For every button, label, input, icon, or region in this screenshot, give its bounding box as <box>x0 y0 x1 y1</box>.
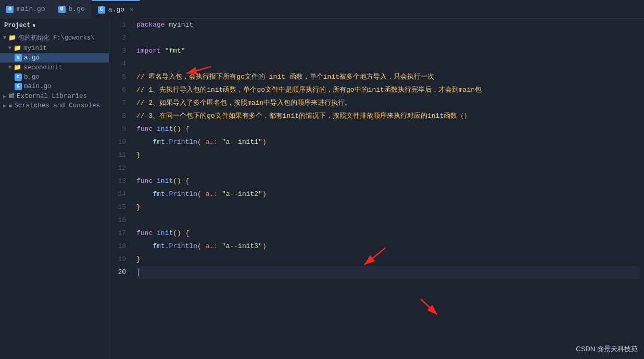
code-line-20: │ <box>136 266 640 279</box>
tab-close-a-go[interactable]: ✕ <box>130 6 133 14</box>
ext-libs-chevron-icon: ▶ <box>3 93 6 100</box>
code-line-8: // 3、在同一个包下的go文件如果有多个，都有init的情况下，按照文件排放顺… <box>136 110 640 123</box>
code-line-11: } <box>136 149 640 162</box>
code-line-16 <box>136 214 640 227</box>
code-line-2 <box>136 32 640 45</box>
scratches-chevron-icon: ▶ <box>3 103 6 109</box>
sidebar-item-main-go[interactable]: G main.go <box>0 82 109 91</box>
code-area: 1 2 3 4 5 6 7 8 9 10 11 12 13 14 15 16 1… <box>109 19 644 359</box>
myinit-chevron-icon: ▼ <box>8 45 11 51</box>
code-line-12 <box>136 162 640 175</box>
sidebar-header[interactable]: Project ∨ <box>0 19 109 32</box>
ext-libs-label: External Libraries <box>17 93 87 100</box>
tab-bar: G main.go G b.go G a.go ✕ <box>0 0 644 19</box>
tab-icon-main-go: G <box>6 6 14 13</box>
code-line-5: // 匿名导入包，会执行报下所有go文件的 init 函数，单个init被多个地… <box>136 71 640 84</box>
code-line-18: fmt.Println( a…: "a--init3") <box>136 240 640 253</box>
sidebar: Project ∨ ▼ 📁 包的初始化 F:\goworks\ ▼ 📁 myin… <box>0 19 109 359</box>
root-label: 包的初始化 F:\goworks\ <box>18 33 94 42</box>
scratches-icon: ≡ <box>8 102 12 109</box>
main-go-file-icon: G <box>15 83 22 90</box>
secondinit-folder-icon: 📁 <box>14 64 21 71</box>
code-line-3: import "fmt" <box>136 45 640 58</box>
sidebar-item-external-libs[interactable]: ▶ 🏛 External Libraries <box>0 91 109 101</box>
root-folder-icon: 📁 <box>8 34 16 42</box>
project-chevron: ∨ <box>32 22 35 29</box>
root-chevron-icon: ▼ <box>3 35 6 41</box>
tab-main-go[interactable]: G main.go <box>0 0 52 19</box>
b-go-file-icon: G <box>15 73 22 81</box>
line-numbers: 1 2 3 4 5 6 7 8 9 10 11 12 13 14 15 16 1… <box>109 19 132 359</box>
tab-label-b-go: b.go <box>69 5 85 13</box>
code-content[interactable]: 1 2 3 4 5 6 7 8 9 10 11 12 13 14 15 16 1… <box>109 19 644 359</box>
sidebar-item-myinit[interactable]: ▼ 📁 myinit <box>0 43 109 53</box>
code-line-17: func init() { <box>136 227 640 240</box>
a-go-file-icon: G <box>15 54 22 61</box>
secondinit-chevron-icon: ▼ <box>8 65 11 70</box>
secondinit-label: secondinit <box>23 64 62 71</box>
code-line-15: } <box>136 201 640 214</box>
sidebar-item-secondinit[interactable]: ▼ 📁 secondinit <box>0 63 109 72</box>
code-line-10: fmt.Println( a…: "a--init1") <box>136 136 640 149</box>
myinit-folder-icon: 📁 <box>14 44 21 52</box>
sidebar-item-scratches[interactable]: ▶ ≡ Scratches and Consoles <box>0 101 109 110</box>
project-title: Project <box>4 22 30 29</box>
ext-libs-icon: 🏛 <box>8 92 15 100</box>
main-go-label: main.go <box>24 83 52 90</box>
main-area: Project ∨ ▼ 📁 包的初始化 F:\goworks\ ▼ 📁 myin… <box>0 19 644 359</box>
code-line-4 <box>136 58 640 71</box>
code-line-14: fmt.Println( a…: "a--init2") <box>136 188 640 201</box>
tab-b-go[interactable]: G b.go <box>52 0 92 19</box>
tab-icon-a-go: G <box>98 6 105 14</box>
watermark: CSDN @景天科技苑 <box>576 344 638 354</box>
sidebar-item-b-go[interactable]: G b.go <box>0 72 109 82</box>
myinit-label: myinit <box>23 45 47 52</box>
code-line-19: } <box>136 253 640 266</box>
sidebar-item-root[interactable]: ▼ 📁 包的初始化 F:\goworks\ <box>0 32 109 43</box>
tab-label-main-go: main.go <box>17 5 45 13</box>
code-lines[interactable]: package myinit import "fmt" // 匿名导入包，会执行… <box>132 19 644 359</box>
a-go-label: a.go <box>24 54 40 61</box>
code-line-9: func init() { <box>136 123 640 136</box>
code-line-13: func init() { <box>136 175 640 188</box>
code-line-7: // 2、如果导入了多个匿名包，按照main中导入包的顺序来进行执行。 <box>136 97 640 110</box>
scratches-label: Scratches and Consoles <box>14 102 100 109</box>
tab-label-a-go: a.go <box>108 6 124 14</box>
code-line-6: // 1、先执行导入包的init函数，单个go文件中是顺序执行的，所有go中的i… <box>136 84 640 97</box>
tab-icon-b-go: G <box>58 6 66 13</box>
tab-a-go[interactable]: G a.go ✕ <box>92 0 140 19</box>
code-line-1: package myinit <box>136 19 640 32</box>
sidebar-item-a-go[interactable]: G a.go <box>0 53 109 63</box>
b-go-label: b.go <box>24 73 40 81</box>
